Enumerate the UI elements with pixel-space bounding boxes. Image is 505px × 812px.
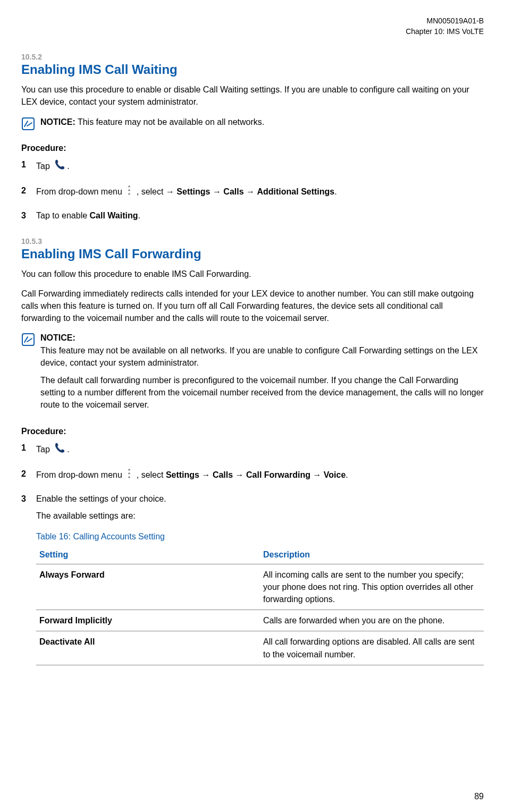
- overflow-menu-icon: [125, 184, 133, 200]
- notice-icon: [21, 333, 35, 349]
- notice-text: This feature may not be available on all…: [75, 117, 264, 126]
- phone-icon: [53, 158, 66, 175]
- notice-block-2: NOTICE:This feature may not be available…: [21, 332, 484, 416]
- chapter-label: Chapter 10: IMS VoLTE: [21, 27, 484, 37]
- page-number: 89: [474, 792, 484, 801]
- table-header-description: Description: [260, 546, 484, 564]
- intro-text-2a: You can follow this procedure to enable …: [21, 268, 484, 280]
- procedure-list-1: 1 Tap . 2 From drop-down menu , select →…: [21, 158, 484, 222]
- section-heading-1: Enabling IMS Call Waiting: [21, 62, 484, 77]
- overflow-menu-icon: [125, 468, 133, 483]
- svg-rect-0: [22, 118, 34, 130]
- proc-step-1b: 1 Tap .: [21, 442, 484, 458]
- intro-text-1: You can use this procedure to enable or …: [21, 83, 484, 108]
- proc-step-3-sub: The available settings are:: [36, 510, 484, 522]
- phone-icon: [53, 442, 66, 458]
- table-row: Forward Implicitly Calls are forwarded w…: [36, 610, 484, 631]
- notice-icon: [21, 117, 35, 133]
- notice-label: NOTICE:: [40, 117, 75, 126]
- settings-table: Setting Description Always Forward All i…: [36, 546, 484, 665]
- section-heading-2: Enabling IMS Call Forwarding: [21, 247, 484, 261]
- doc-header: MN005019A01-B Chapter 10: IMS VoLTE: [21, 16, 484, 37]
- section-number-1: 10.5.2: [21, 53, 484, 61]
- svg-point-1: [128, 185, 130, 188]
- doc-id: MN005019A01-B: [21, 16, 484, 27]
- notice-p2: The default call forwarding number is pr…: [40, 374, 484, 411]
- procedure-label-1: Procedure:: [21, 143, 484, 153]
- procedure-list-2: 1 Tap . 2 From drop-down menu , select S…: [21, 442, 484, 522]
- proc-step-3: 3 Tap to enable Call Waiting.: [21, 209, 484, 222]
- table-header-setting: Setting: [36, 546, 260, 564]
- proc-step-2b: 2 From drop-down menu , select Settings …: [21, 468, 484, 483]
- table-row: Deactivate All All call forwarding optio…: [36, 631, 484, 665]
- table-row: Always Forward All incoming calls are se…: [36, 564, 484, 610]
- svg-point-3: [128, 193, 130, 195]
- notice-label: NOTICE:: [40, 333, 75, 342]
- svg-point-2: [128, 189, 130, 191]
- proc-step-2: 2 From drop-down menu , select → Setting…: [21, 184, 484, 200]
- proc-step-1: 1 Tap .: [21, 158, 484, 175]
- svg-rect-4: [22, 334, 34, 345]
- notice-block-1: NOTICE: This feature may not be availabl…: [21, 116, 484, 133]
- proc-step-3b: 3 Enable the settings of your choice. Th…: [21, 493, 484, 522]
- notice-p1: This feature may not be available on all…: [40, 346, 478, 367]
- svg-point-5: [128, 469, 130, 471]
- intro-text-2b: Call Forwarding immediately redirects ca…: [21, 287, 484, 325]
- svg-point-6: [128, 473, 130, 475]
- table-caption: Table 16: Calling Accounts Setting: [36, 532, 484, 542]
- section-number-2: 10.5.3: [21, 237, 484, 246]
- procedure-label-2: Procedure:: [21, 427, 484, 436]
- svg-point-7: [128, 477, 130, 479]
